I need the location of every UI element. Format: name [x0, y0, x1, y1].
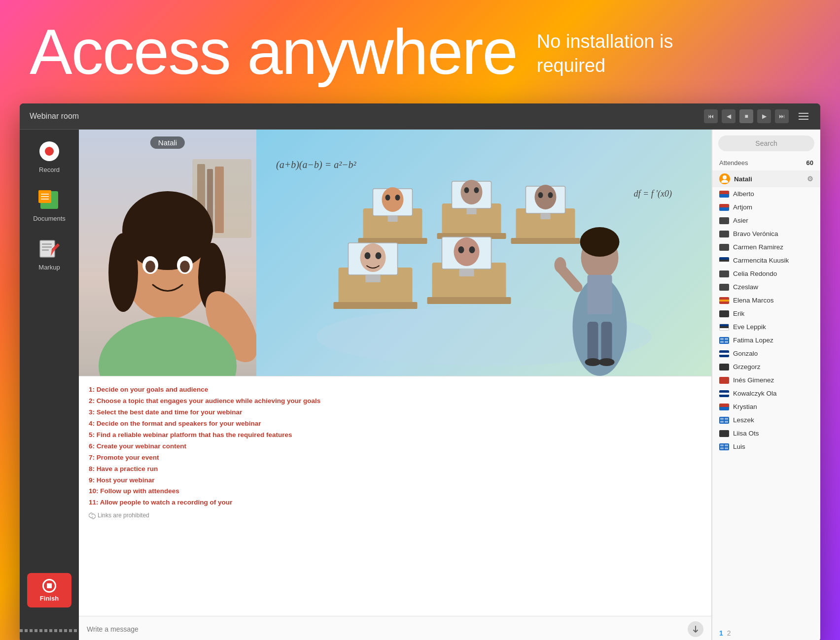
attendee-item-carmen-ramirez: Carmen Ramirez: [712, 240, 820, 254]
menu-button[interactable]: [797, 109, 810, 123]
svg-point-67: [585, 358, 601, 366]
attendee-name-kowalczyk-ola: Kowalczyk Ola: [733, 390, 777, 397]
svg-point-44: [548, 192, 553, 198]
svg-rect-53: [427, 297, 511, 304]
search-placeholder: Search: [755, 139, 777, 147]
flag-ines-gimenez: [719, 377, 729, 384]
attendee-item-elena-marcos: Elena Marcos: [712, 294, 820, 307]
menu-line: [799, 116, 808, 117]
attendee-item-fatima-lopez: Fatima Lopez: [712, 334, 820, 347]
main-content: Record Documents: [20, 130, 820, 640]
finish-button[interactable]: Finish: [27, 573, 71, 607]
attendee-name-gonzalo: Gonzalo: [733, 350, 758, 357]
flag-eve-leppik: [719, 324, 729, 331]
doc-icon-orange: [38, 190, 51, 203]
attendee-name-czeslaw: Czeslaw: [733, 283, 758, 291]
chat-item-9: 9: Host your webinar: [89, 475, 701, 486]
svg-rect-1: [42, 243, 52, 245]
flag-kowalczyk-ola: [719, 390, 729, 397]
svg-point-57: [458, 246, 464, 253]
svg-point-30: [395, 195, 400, 201]
send-button[interactable]: [688, 621, 703, 637]
chat-item-6: 6: Create your webinar content: [89, 441, 701, 452]
sidebar-item-markup[interactable]: Markup: [37, 237, 61, 271]
stop-button[interactable]: ■: [739, 109, 753, 123]
attendee-item-eve-leppik: Eve Leppik: [712, 320, 820, 334]
chat-item-8: 8: Have a practice run: [89, 464, 701, 475]
hero-subtitle: No installation isrequired: [537, 20, 673, 78]
chat-item-1: 1: Decide on your goals and audience: [89, 384, 701, 396]
attendee-item-gonzalo: Gonzalo: [712, 347, 820, 360]
flag-bravo-veronica: [719, 231, 729, 237]
links-warning-text: Links are prohibited: [98, 510, 149, 520]
send-icon: [692, 625, 700, 633]
svg-rect-46: [334, 302, 418, 309]
svg-point-61: [580, 227, 620, 257]
attendee-name-erik: Erik: [733, 310, 744, 317]
record-icon-wrapper: [37, 139, 61, 163]
finish-label: Finish: [40, 595, 59, 602]
attendee-item-celia-redondo: Celia Redondo: [712, 267, 820, 280]
svg-rect-76: [725, 418, 728, 420]
chat-item-7: 7: Promote your event: [89, 452, 701, 464]
svg-point-35: [461, 180, 483, 204]
attendee-name-leszek: Leszek: [733, 416, 754, 424]
svg-point-51: [376, 252, 382, 259]
svg-point-15: [108, 233, 138, 312]
attendee-item-carmencita-kuusik: Carmencita Kuusik: [712, 254, 820, 267]
svg-point-19: [145, 261, 155, 272]
chat-item-11: 11: Allow people to watch a recording of…: [89, 497, 701, 508]
sidebar-item-record[interactable]: Record: [37, 139, 61, 173]
skip-forward-button[interactable]: ⏭: [775, 109, 789, 123]
person-line: [41, 194, 49, 195]
svg-rect-75: [720, 418, 724, 420]
attendees-label: Attendees: [719, 159, 748, 167]
svg-point-42: [535, 185, 557, 209]
attendee-name-ines-gimenez: Inés Gimenez: [733, 376, 774, 384]
attendees-list: Natali ⚙ Alberto Artjom Asier: [712, 170, 820, 624]
links-warning: Links are prohibited: [89, 510, 701, 520]
skip-back-button[interactable]: ⏮: [704, 109, 718, 123]
svg-rect-27: [388, 216, 398, 222]
documents-icon: [37, 188, 61, 212]
chat-input-area: [79, 616, 711, 640]
svg-rect-81: [720, 447, 724, 449]
person-lines: [41, 194, 49, 200]
chat-input[interactable]: [87, 625, 688, 633]
svg-rect-65: [588, 322, 598, 361]
avatar-natali: [719, 173, 730, 184]
chat-section: 1: Decide on your goals and audience 2: …: [79, 376, 711, 640]
forward-button[interactable]: ▶: [757, 109, 771, 123]
sidebar-item-documents[interactable]: Documents: [33, 188, 66, 222]
page-2[interactable]: 2: [727, 629, 731, 637]
attendee-item-liisa-ots: Liisa Ots: [712, 427, 820, 440]
attendee-name-elena-marcos: Elena Marcos: [733, 297, 774, 304]
attendee-name-eve-leppik: Eve Leppik: [733, 323, 766, 331]
attendee-name-artjom: Artjom: [733, 203, 752, 211]
flag-grid-icon: [720, 338, 728, 343]
chat-item-4: 4: Decide on the format and speakers for…: [89, 418, 701, 430]
flag-grid-icon-3: [720, 444, 728, 449]
attendee-name-grzegorz: Grzegorz: [733, 363, 761, 371]
video-section: Natali: [79, 130, 711, 376]
svg-point-63: [555, 257, 566, 273]
speaker-illustration: [79, 139, 256, 376]
attendee-name-carmen-ramirez: Carmen Ramirez: [733, 243, 783, 251]
flag-alberto: [719, 191, 729, 198]
attendee-name-asier: Asier: [733, 217, 748, 224]
hero-title: Access anywhere: [30, 20, 517, 84]
documents-label: Documents: [33, 215, 66, 222]
attendees-header: Attendees 60: [712, 157, 820, 170]
attendee-name-fatima-lopez: Fatima Lopez: [733, 337, 773, 344]
search-box[interactable]: Search: [718, 135, 814, 151]
svg-rect-82: [725, 447, 728, 449]
chat-content: 1: Decide on your goals and audience 2: …: [79, 376, 711, 616]
gear-icon[interactable]: ⚙: [807, 175, 813, 183]
flag-grid-icon-2: [720, 418, 728, 423]
page-1[interactable]: 1: [719, 629, 723, 637]
title-bar: Webinar room ⏮ ◀ ■ ▶ ⏭: [20, 103, 820, 130]
svg-rect-66: [601, 322, 612, 361]
attendee-name-liisa-ots: Liisa Ots: [733, 430, 759, 437]
math-formula-1: (a+b)(a−b) = a²−b²: [276, 159, 356, 170]
back-button[interactable]: ◀: [722, 109, 735, 123]
